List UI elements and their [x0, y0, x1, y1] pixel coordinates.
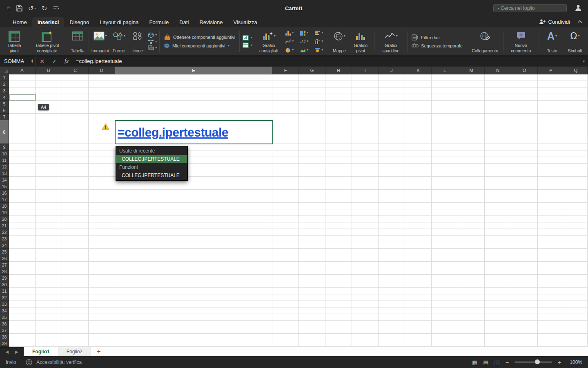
column-header-A[interactable]: A — [9, 67, 36, 74]
funnel-chart-button[interactable]: ▾ — [314, 46, 329, 54]
table-button[interactable]: Tabella — [68, 28, 87, 54]
sheet-tab-foglio2[interactable]: Foglio2 — [58, 347, 91, 356]
save-button[interactable] — [16, 5, 22, 11]
formula-bar-expand-icon[interactable]: ▾ — [579, 59, 588, 63]
row-header-2[interactable]: 2 — [0, 81, 9, 88]
home-button[interactable]: ⌂ — [7, 4, 11, 12]
share-button[interactable]: Condividi — [539, 19, 570, 25]
redo-button[interactable]: ↻ — [42, 4, 47, 12]
name-box[interactable]: SOMMA ▴▾ — [0, 56, 36, 66]
sparklines-button[interactable]: ▾ Grafici sparkline — [376, 28, 405, 54]
column-chart-button[interactable]: ▾ — [285, 29, 300, 37]
hierarchy-chart-button[interactable]: ▾ — [300, 29, 314, 37]
row-header-31[interactable]: 31 — [0, 288, 9, 294]
pie-chart-button[interactable]: ▾ — [285, 46, 300, 54]
row-header-36[interactable]: 36 — [0, 321, 9, 327]
row-header-1[interactable]: 1 — [0, 74, 9, 81]
combo-chart-button[interactable]: ▾ — [314, 37, 329, 46]
formula-input[interactable] — [73, 58, 579, 64]
search-box[interactable]: ▾ — [493, 4, 567, 12]
models-3d-button[interactable]: ▾ — [148, 32, 157, 38]
row-header-22[interactable]: 22 — [0, 229, 9, 236]
row-header-33[interactable]: 33 — [0, 301, 9, 307]
column-header-K[interactable]: K — [405, 67, 432, 74]
prev-sheet-button[interactable]: ◀ — [5, 350, 9, 354]
row-header-32[interactable]: 32 — [0, 294, 9, 301]
name-box-spinner[interactable]: ▴▾ — [31, 59, 33, 63]
page-break-view-button[interactable]: ◫ — [494, 359, 499, 366]
column-header-O[interactable]: O — [511, 67, 538, 74]
my-addins-button[interactable]: Miei componenti aggiuntivi ▾ — [164, 43, 235, 49]
formula-warning-button[interactable] — [102, 123, 109, 132]
tab-inserisci[interactable]: Inserisci — [32, 17, 65, 27]
pivot-chart-button[interactable]: Grafico pivot — [349, 28, 372, 54]
zoom-level[interactable]: 100% — [567, 359, 582, 365]
row-header-39[interactable]: 39 — [0, 340, 9, 347]
zoom-slider-knob[interactable] — [535, 359, 540, 364]
row-header-6[interactable]: 6 — [0, 107, 9, 114]
column-header-E[interactable]: E — [115, 67, 272, 74]
row-header-18[interactable]: 18 — [0, 203, 9, 209]
tab-revisione[interactable]: Revisione — [194, 17, 228, 27]
timeline-button[interactable]: Sequenza temporale — [412, 43, 463, 48]
tab-visualizza[interactable]: Visualizza — [228, 17, 262, 27]
maps-button[interactable]: ▾ Mappe — [330, 28, 349, 54]
get-addins-button[interactable]: Ottenere componenti aggiuntivi — [164, 34, 235, 40]
row-header-13[interactable]: 13 — [0, 170, 9, 177]
link-button[interactable]: Collegamento — [469, 28, 501, 54]
confirm-formula-button[interactable]: ✓ — [48, 58, 60, 65]
column-header-Q[interactable]: Q — [564, 67, 588, 74]
sheet-chart-button-1[interactable]: ▾ — [242, 34, 252, 41]
column-header-C[interactable]: C — [62, 67, 89, 74]
row-header-34[interactable]: 34 — [0, 307, 9, 314]
row-header-14[interactable]: 14 — [0, 177, 9, 183]
row-header-21[interactable]: 21 — [0, 222, 9, 229]
autocomplete-item[interactable]: COLLEG.IPERTESTUALE — [116, 155, 187, 163]
cancel-formula-button[interactable]: ✕ — [36, 58, 48, 65]
row-header-7[interactable]: 7 — [0, 114, 9, 120]
row-header-27[interactable]: 27 — [0, 262, 9, 268]
row-header-11[interactable]: 11 — [0, 157, 9, 164]
column-header-D[interactable]: D — [89, 67, 115, 74]
shapes-button[interactable]: ▾ Forme — [109, 28, 128, 54]
row-header-25[interactable]: 25 — [0, 249, 9, 255]
page-layout-view-button[interactable]: ▤ — [483, 359, 488, 366]
text-button[interactable]: A▾ Testo — [541, 28, 564, 54]
column-header-M[interactable]: M — [458, 67, 485, 74]
accessibility-status[interactable]: Accessibilità: verifica — [36, 359, 82, 365]
collapse-ribbon-icon[interactable] — [577, 20, 582, 23]
tab-disegno[interactable]: Disegno — [64, 17, 94, 27]
row-header-38[interactable]: 38 — [0, 334, 9, 340]
column-header-B[interactable]: B — [36, 67, 62, 74]
column-header-P[interactable]: P — [538, 67, 564, 74]
row-header-30[interactable]: 30 — [0, 281, 9, 288]
sheet-chart-button-2[interactable]: ▾ — [242, 42, 252, 49]
symbols-button[interactable]: Ω▾ Simboli — [564, 28, 586, 54]
row-header-37[interactable]: 37 — [0, 327, 9, 334]
column-header-F[interactable]: F — [272, 67, 299, 74]
row-header-8[interactable]: 8 — [0, 120, 9, 144]
pivot-table-button[interactable]: Tabella pivot — [2, 28, 26, 54]
row-header-17[interactable]: 17 — [0, 196, 9, 203]
row-header-4[interactable]: 4 — [0, 94, 9, 101]
row-header-5[interactable]: 5 — [0, 101, 9, 107]
tab-dati[interactable]: Dati — [174, 17, 194, 27]
sheet-grid[interactable]: A4 =colleg.ipertestuale Usate di recente… — [9, 74, 588, 347]
row-header-16[interactable]: 16 — [0, 190, 9, 196]
column-header-N[interactable]: N — [485, 67, 511, 74]
row-header-15[interactable]: 15 — [0, 183, 9, 190]
tab-layout-di-pagina[interactable]: Layout di pagina — [94, 17, 144, 27]
column-header-H[interactable]: H — [325, 67, 352, 74]
autocomplete-item[interactable]: COLLEG.IPERTESTUALE — [116, 171, 187, 180]
smartart-button[interactable]: ▾ — [148, 39, 157, 44]
zoom-out-button[interactable]: − — [506, 359, 509, 366]
new-comment-button[interactable]: Nuovo commento — [505, 28, 537, 54]
tab-home[interactable]: Home — [7, 17, 32, 27]
sheet-tab-foglio1[interactable]: Foglio1 — [24, 347, 58, 356]
add-sheet-button[interactable]: + — [91, 347, 107, 356]
row-header-20[interactable]: 20 — [0, 216, 9, 222]
area-chart-button[interactable]: ▾ — [300, 46, 314, 54]
row-header-29[interactable]: 29 — [0, 275, 9, 281]
row-header-9[interactable]: 9 — [0, 144, 9, 150]
column-header-L[interactable]: L — [432, 67, 458, 74]
